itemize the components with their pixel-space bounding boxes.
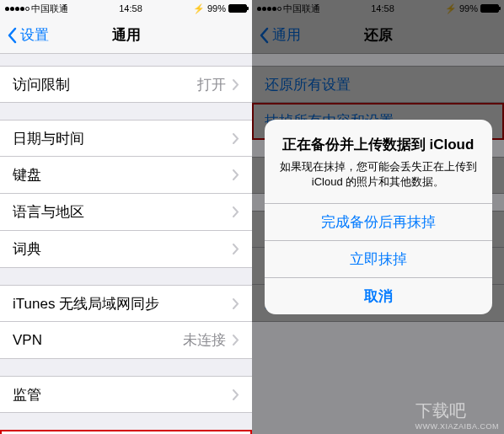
row-value: 打开	[197, 75, 226, 94]
row-date-time[interactable]: 日期与时间	[0, 120, 252, 157]
row-dictionary[interactable]: 词典	[0, 231, 252, 268]
status-time: 14:58	[119, 3, 142, 13]
chevron-right-icon	[233, 79, 239, 90]
row-vpn[interactable]: VPN 未连接	[0, 322, 252, 359]
chevron-right-icon	[233, 133, 239, 144]
battery-percent: 99%	[207, 3, 226, 13]
row-label: 访问限制	[13, 75, 197, 94]
chevron-right-icon	[233, 169, 239, 180]
chevron-right-icon	[233, 298, 239, 309]
status-bar: 中国联通 14:58 ⚡ 99%	[0, 0, 252, 17]
alert-message: 如果现在抹掉，您可能会丢失正在上传到 iCloud 的照片和其他数据。	[278, 159, 479, 190]
alert-dialog: 正在备份并上传数据到 iCloud 如果现在抹掉，您可能会丢失正在上传到 iCl…	[265, 120, 492, 314]
row-label: VPN	[13, 332, 183, 349]
chevron-right-icon	[233, 389, 239, 400]
general-settings-screen: 中国联通 14:58 ⚡ 99% 设置 通用 访问限制 打开	[0, 0, 252, 434]
modal-overlay: 正在备份并上传数据到 iCloud 如果现在抹掉，您可能会丢失正在上传到 iCl…	[252, 0, 504, 434]
row-keyboard[interactable]: 键盘	[0, 157, 252, 194]
row-value: 未连接	[183, 330, 226, 350]
page-title: 通用	[112, 25, 141, 45]
back-label: 设置	[20, 25, 49, 45]
reset-screen: 中国联通 14:58 ⚡ 99% 通用 还原 还原所有设置 抹掉所有内容和设置	[252, 0, 504, 434]
nav-bar: 设置 通用	[0, 17, 252, 54]
row-access-restrictions[interactable]: 访问限制 打开	[0, 66, 252, 103]
row-label: 键盘	[13, 165, 233, 185]
battery-icon	[228, 4, 247, 13]
chevron-left-icon	[7, 27, 17, 44]
row-label: 语言与地区	[13, 202, 233, 222]
row-label: 监管	[13, 385, 233, 405]
erase-now-button[interactable]: 立即抹掉	[265, 240, 492, 277]
row-language-region[interactable]: 语言与地区	[0, 194, 252, 231]
cancel-button[interactable]: 取消	[265, 277, 492, 314]
row-label: iTunes 无线局域网同步	[13, 294, 233, 313]
row-itunes-wifi-sync[interactable]: iTunes 无线局域网同步	[0, 285, 252, 322]
chevron-right-icon	[233, 244, 239, 255]
row-label: 词典	[13, 239, 233, 259]
back-button[interactable]: 设置	[0, 25, 49, 45]
finish-backup-button[interactable]: 完成备份后再抹掉	[265, 203, 492, 240]
row-label: 日期与时间	[13, 129, 233, 148]
bluetooth-icon: ⚡	[193, 3, 205, 14]
chevron-right-icon	[233, 206, 239, 217]
row-reset[interactable]: 还原	[0, 430, 252, 434]
row-supervision[interactable]: 监管	[0, 376, 252, 413]
alert-title: 正在备份并上传数据到 iCloud	[278, 135, 479, 154]
carrier-label: 中国联通	[31, 3, 68, 15]
chevron-right-icon	[233, 335, 239, 346]
